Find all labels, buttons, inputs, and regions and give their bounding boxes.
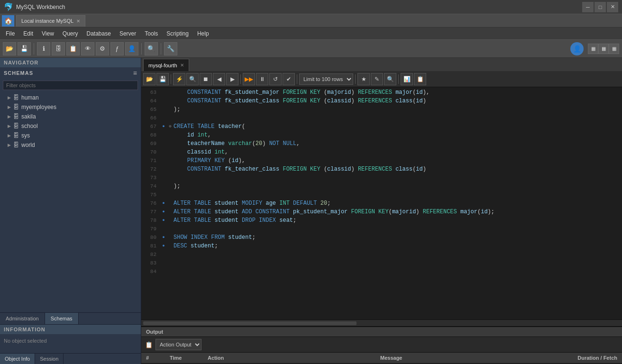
execute-button[interactable]: ⚡ [173, 73, 185, 85]
toolbar-separator-3 [161, 43, 161, 55]
session-tab[interactable]: Session [35, 354, 64, 364]
filter-objects-input[interactable] [3, 81, 138, 90]
db-icon: 🗄 [13, 104, 19, 110]
instance-tabs: 🏠 Local instance MySQL ✕ [0, 14, 622, 27]
save-query-button[interactable]: 💾 [156, 73, 169, 85]
more-button[interactable]: 📊 [401, 73, 413, 85]
format-button[interactable]: ✎ [371, 73, 383, 85]
toggle-button[interactable]: ↺ [269, 73, 282, 85]
search-code-button[interactable]: 🔍 [384, 73, 396, 85]
stop-button[interactable]: ⏹ [200, 73, 212, 85]
line-number: 79 [141, 225, 160, 233]
line-number: 68 [141, 131, 160, 139]
menu-file[interactable]: File [2, 28, 18, 39]
back-button[interactable]: ◀ [213, 73, 225, 85]
line-content: CONSTRAINT fk_student_class FOREIGN KEY … [174, 97, 622, 105]
menu-help[interactable]: Help [193, 28, 213, 39]
bookmark-button[interactable]: ★ [357, 73, 370, 85]
instance-tab[interactable]: Local instance MySQL ✕ [16, 15, 85, 27]
home-button[interactable]: 🏠 [2, 15, 14, 27]
line-number: 73 [141, 173, 160, 182]
forward-button[interactable]: ▶ [226, 73, 238, 85]
schema-item[interactable]: ▶ 🗄 world [0, 140, 141, 150]
line-number: 78 [141, 216, 160, 225]
menu-view[interactable]: View [38, 28, 58, 39]
output-type-select[interactable]: Action Output Text Output [156, 339, 201, 350]
horizontal-scrollbar[interactable] [141, 319, 622, 326]
query-tab-close[interactable]: ✕ [180, 63, 184, 68]
line-content: ALTER TABLE student DROP INDEX seat; [174, 216, 622, 225]
procedure-button[interactable]: ⚙ [96, 42, 109, 55]
output-toolbar: 📋 Action Output Text Output [141, 337, 622, 353]
open-file-button[interactable]: 📂 [143, 73, 156, 85]
line-number: 70 [141, 148, 160, 156]
line-content: SHOW INDEX FROM student; [174, 233, 622, 242]
expand-arrow-icon: ▶ [8, 105, 11, 109]
schema-name: human [21, 94, 39, 101]
menu-edit[interactable]: Edit [19, 28, 37, 39]
q-sep-3 [297, 74, 297, 84]
view-layout-1[interactable]: ▦ [588, 44, 598, 54]
info-button[interactable]: ℹ [37, 42, 50, 55]
menu-tools[interactable]: Tools [141, 28, 162, 39]
output-toggle-icon[interactable]: 📋 [145, 341, 153, 348]
search-rows-button[interactable]: 🔍 [145, 42, 158, 55]
code-line: 82 [141, 250, 622, 259]
code-line: 74 ); [141, 182, 622, 191]
extra-button[interactable]: 📋 [414, 73, 426, 85]
code-line: 73 [141, 173, 622, 182]
main-layout: Navigator SCHEMAS ≡ ▶ 🗄 human ▶ 🗄 myempl… [0, 58, 622, 364]
line-content: CONSTRAINT fk_teacher_class FOREIGN KEY … [174, 165, 622, 173]
line-content: CREATE TABLE teacher( [174, 122, 622, 131]
line-fold-icon: ⊖ [167, 122, 174, 131]
menu-scripting[interactable]: Scripting [163, 28, 192, 39]
add-schema-button[interactable]: ≡ [133, 69, 137, 77]
open-folder-button[interactable]: 📂 [3, 42, 16, 55]
hscroll-thumb[interactable] [143, 321, 357, 325]
schema-item[interactable]: ▶ 🗄 myemployees [0, 102, 141, 112]
output-col-action: Action [203, 354, 375, 362]
schema-item[interactable]: ▶ 🗄 sakila [0, 112, 141, 121]
line-content: classid int, [174, 148, 622, 156]
instance-tab-close[interactable]: ✕ [76, 18, 80, 24]
layout-view-buttons: ▦ ▦ ▦ [588, 44, 619, 54]
commit-button[interactable]: ✔ [283, 73, 295, 85]
line-number: 72 [141, 165, 160, 173]
menu-database[interactable]: Database [83, 28, 115, 39]
function-button[interactable]: ƒ [110, 42, 124, 55]
view-button[interactable]: 👁 [81, 42, 94, 55]
code-line: 81 ● DESC student; [141, 242, 622, 250]
maximize-button[interactable]: □ [595, 2, 606, 12]
new-schema-button[interactable]: 🗄 [52, 42, 65, 55]
code-editor[interactable]: 63 CONSTRAINT fk_student_major FOREIGN K… [141, 87, 622, 319]
menubar: File Edit View Query Database Server Too… [0, 27, 622, 40]
object-info-tab[interactable]: Object Info [0, 354, 35, 364]
schema-name: world [21, 142, 35, 148]
menu-query[interactable]: Query [59, 28, 82, 39]
code-line: 67 ● ⊖ CREATE TABLE teacher( [141, 122, 622, 131]
schemas-tab[interactable]: Schemas [45, 313, 79, 324]
stop-all-button[interactable]: ⏸ [256, 73, 268, 85]
db-icon: 🗄 [13, 142, 19, 148]
administration-tab[interactable]: Administration [0, 313, 45, 324]
view-layout-2[interactable]: ▦ [598, 44, 609, 54]
table-button[interactable]: 📋 [66, 42, 80, 55]
extra-button[interactable]: 🔧 [164, 42, 177, 55]
schema-item[interactable]: ▶ 🗄 human [0, 93, 141, 102]
schema-item[interactable]: ▶ 🗄 school [0, 121, 141, 131]
user-button[interactable]: 👤 [125, 42, 138, 55]
minimize-button[interactable]: ─ [582, 2, 594, 12]
limit-rows-select[interactable]: Limit to 100 rows Limit to 200 rows Limi… [299, 73, 353, 85]
explain-button[interactable]: 🔍 [186, 73, 199, 85]
schema-item[interactable]: ▶ 🗄 sys [0, 131, 141, 140]
view-layout-3[interactable]: ▦ [609, 44, 619, 54]
expand-arrow-icon: ▶ [8, 95, 11, 100]
q-sep-1 [171, 74, 171, 84]
menu-server[interactable]: Server [116, 28, 140, 39]
line-content: ALTER TABLE student ADD CONSTRAINT pk_st… [174, 208, 622, 216]
close-button[interactable]: ✕ [607, 2, 618, 12]
execute-all-button[interactable]: ▶▶ [243, 73, 255, 85]
output-header: Output [141, 327, 622, 337]
save-button[interactable]: 💾 [18, 42, 31, 55]
query-tab-active[interactable]: mysql-fourth ✕ [143, 59, 189, 71]
